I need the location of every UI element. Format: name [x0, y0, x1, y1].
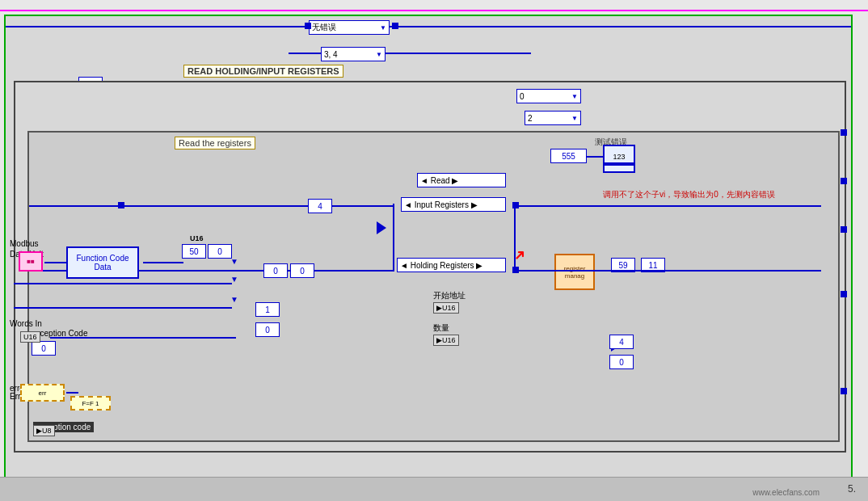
register-manager-box: register manag [554, 254, 595, 290]
num-1-box: 1 [255, 302, 280, 317]
node-1 [118, 202, 124, 208]
node-top-2 [392, 23, 398, 29]
two-dropdown[interactable]: 2 ▼ [525, 111, 581, 125]
node-right-5 [841, 388, 847, 394]
quantity-u16: ▶U16 [433, 335, 459, 346]
no-error-label: 无错误 [312, 22, 336, 33]
num-0-2: 0 [290, 263, 314, 278]
down-arrow-3: ▼ [230, 295, 238, 304]
wire-to-func [44, 262, 67, 263]
function-code-label: Function Code [76, 254, 129, 263]
page-number: 5. [848, 483, 856, 495]
node-right-1 [841, 129, 847, 136]
indicator-123: 123 [603, 145, 635, 173]
read-label: ◄ Read ▶ [420, 176, 458, 185]
quantity-label: 数量 [433, 322, 449, 334]
left-wire-2 [14, 283, 232, 284]
input-registers-dropdown[interactable]: ◄ Input Registers ▶ [401, 197, 506, 212]
nested-frame-2: Read the registers 测试错误 123 555 [27, 131, 840, 442]
no-error-dropdown[interactable]: 无错误 ▼ [309, 20, 390, 35]
top-wire-h [6, 26, 851, 27]
wire-555 [587, 156, 603, 158]
chevron-down-icon: ▼ [380, 24, 386, 32]
indicator-bar [605, 162, 634, 166]
words-in-u16: U16 [20, 331, 40, 343]
node-4 [512, 202, 519, 208]
error-in-box: err [20, 384, 65, 402]
left-wire-3 [14, 307, 232, 309]
u8-box: ▶U8 [33, 425, 55, 436]
error-wire [66, 392, 78, 394]
node-right-2 [841, 178, 847, 184]
selector-3-4-dropdown[interactable]: 3, 4 ▼ [321, 47, 386, 61]
holding-reg-label: ◄ Holding Registers ▶ [400, 261, 482, 270]
top-decorative-line [0, 10, 868, 11]
watermark: www.elecfans.com [752, 488, 820, 497]
num-0-exc: 0 [32, 341, 56, 356]
start-addr-u16: ▶U16 [433, 302, 459, 314]
zero-label: 0 [520, 92, 525, 101]
num-0-top: 0 [208, 244, 232, 259]
num-50-box: 50 [182, 244, 206, 259]
chevron-icon-3: ▼ [571, 93, 578, 100]
node-5 [512, 267, 519, 273]
num-4b-box: 4 [609, 335, 634, 349]
modbus-input-box[interactable]: ■■ [19, 251, 43, 272]
main-wire-3 [514, 205, 821, 207]
input-reg-label: ◄ Input Registers ▶ [404, 200, 478, 209]
num-4-mid: 4 [308, 199, 332, 213]
node-top-1 [305, 23, 311, 29]
words-in-label: Words In [10, 319, 42, 328]
u16-top-label: U16 [190, 234, 204, 242]
chinese-annotation: 调用不了这个子vi，导致输出为0，先测内容错误 [603, 189, 775, 200]
data-label: Data [94, 263, 111, 272]
two-label: 2 [528, 114, 533, 123]
chevron-down-icon-2: ▼ [376, 51, 382, 58]
num-555-box: 555 [550, 149, 587, 163]
main-canvas: 无错误 ▼ 3, 4 ▼ READ HOLDING/INPUT REGISTER… [0, 0, 868, 501]
error-out-box: F=F 1 [70, 396, 111, 410]
left-wire-1 [143, 262, 183, 263]
start-addr-label: 开始地址 [433, 290, 466, 301]
red-arrow-icon: ➜ [509, 244, 530, 265]
node-right-4 [841, 291, 847, 297]
triangle-1 [377, 221, 386, 234]
zero-dropdown[interactable]: 0 ▼ [516, 89, 581, 103]
num-0e-box: 0 [609, 355, 634, 369]
function-code-block: Function Code Data [66, 246, 139, 279]
node-right-3 [841, 226, 847, 233]
bottom-bar: www.elecfans.com [0, 477, 868, 501]
holding-registers-dropdown[interactable]: ◄ Holding Registers ▶ [397, 258, 506, 272]
read-holding-title: READ HOLDING/INPUT REGISTERS [183, 65, 343, 78]
num-0-3: 0 [255, 322, 280, 337]
chevron-icon-4: ▼ [571, 115, 578, 122]
outer-frame: 无错误 ▼ 3, 4 ▼ READ HOLDING/INPUT REGISTER… [4, 15, 853, 479]
num-0-1: 0 [263, 263, 288, 278]
selector-3-4-label: 3, 4 [324, 50, 338, 59]
read-dropdown[interactable]: ◄ Read ▶ [417, 173, 506, 187]
words-in-wire [50, 337, 236, 339]
vert-wire-1 [393, 204, 394, 272]
main-wire-1 [29, 205, 393, 207]
vert-wire-2 [514, 204, 516, 272]
down-arrow-1: ▼ [230, 257, 238, 266]
main-wire-4 [514, 270, 821, 272]
read-registers-label: Read the registers [175, 137, 255, 149]
